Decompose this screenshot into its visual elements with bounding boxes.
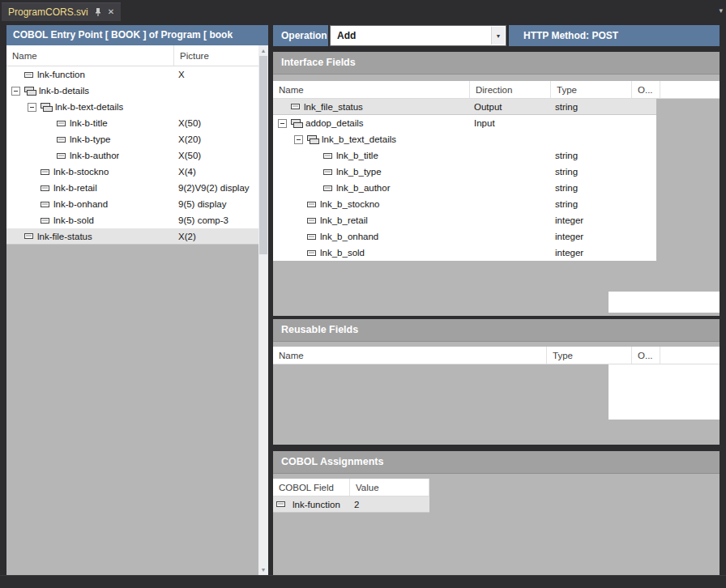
- close-icon[interactable]: ✕: [108, 8, 114, 16]
- interface-fields-tree: lnk_file_statusOutputstringaddop_details…: [273, 99, 656, 261]
- interface-fields-section: Interface Fields Name Direction Type O..…: [273, 52, 720, 316]
- column-header-cobol-field[interactable]: COBOL Field: [273, 479, 350, 496]
- tree-row[interactable]: lnk-functionX: [6, 66, 258, 83]
- collapse-toggle-icon[interactable]: [278, 119, 287, 128]
- interface-field-row[interactable]: lnk_b_onhandinteger: [273, 228, 656, 245]
- tree-row[interactable]: lnk-b-typeX(20): [6, 131, 258, 147]
- operation-dropdown[interactable]: Add ▼: [330, 25, 506, 46]
- field-name-label: lnk_b_author: [336, 183, 391, 193]
- field-icon: [323, 153, 332, 159]
- cobol-entry-point-panel: COBOL Entry Point [ BOOK ] of Program [ …: [6, 25, 268, 575]
- reusable-fields-title: Reusable Fields: [273, 319, 720, 342]
- interface-field-row[interactable]: lnk_b_titlestring: [273, 147, 656, 164]
- tab-overflow-icon[interactable]: ▾: [719, 7, 723, 15]
- column-header-name[interactable]: Name: [273, 347, 547, 364]
- http-method-label: HTTP Method: POST: [509, 25, 720, 46]
- field-icon: [307, 202, 316, 207]
- column-header-value[interactable]: Value: [350, 479, 429, 496]
- interface-field-row[interactable]: lnk_b_retailinteger: [273, 212, 656, 228]
- picture-cell: 9(5) display: [178, 199, 226, 209]
- direction-cell: Input: [474, 118, 495, 128]
- status-bar: [0, 575, 726, 588]
- field-icon: [276, 501, 285, 507]
- type-cell: string: [555, 199, 578, 209]
- tree-row[interactable]: lnk-file-statusX(2): [6, 228, 258, 245]
- interface-field-row[interactable]: lnk_b_text_details: [273, 131, 656, 147]
- assignment-row[interactable]: lnk-function2: [273, 496, 429, 513]
- field-icon: [24, 72, 33, 78]
- dropdown-arrow-icon[interactable]: ▼: [491, 27, 505, 45]
- picture-cell: X: [178, 70, 185, 79]
- field-name-label: lnk_b_sold: [320, 248, 365, 258]
- direction-cell: Output: [474, 102, 502, 112]
- interface-field-row[interactable]: lnk_b_typestring: [273, 164, 656, 180]
- cobol-assignments-title: COBOL Assignments: [273, 451, 720, 474]
- interface-field-row[interactable]: addop_detailsInput: [273, 115, 656, 131]
- tree-item-label: lnk-b-text-details: [55, 102, 123, 112]
- scrollbar-thumb[interactable]: [259, 56, 267, 254]
- tree-item-label: lnk-b-sold: [53, 215, 94, 225]
- column-header-filler: [660, 81, 720, 98]
- collapse-toggle-icon[interactable]: [11, 87, 20, 96]
- cobol-assignments-header-row: COBOL Field Value: [273, 479, 429, 496]
- column-header-o[interactable]: O...: [632, 81, 660, 98]
- type-cell: integer: [555, 232, 583, 241]
- reusable-fields-scroll-corner: [609, 364, 720, 420]
- application-window: ProgramCORS.svi ✕ ▾ COBOL Entry Point [ …: [0, 0, 726, 588]
- field-icon: [57, 153, 66, 159]
- field-name-label: addop_details: [305, 118, 364, 128]
- tree-row[interactable]: lnk-b-stocknoX(4): [6, 164, 258, 180]
- group-icon: [41, 102, 52, 112]
- column-header-picture[interactable]: Picture: [174, 45, 258, 66]
- tree-item-label: lnk-function: [37, 70, 85, 79]
- collapse-toggle-icon[interactable]: [294, 135, 303, 144]
- scroll-up-icon[interactable]: ▲: [258, 45, 268, 56]
- field-icon: [41, 185, 49, 191]
- reusable-fields-section: Reusable Fields Name Type O...: [273, 319, 720, 445]
- group-icon: [307, 134, 318, 144]
- column-header-type[interactable]: Type: [551, 81, 632, 98]
- vertical-scrollbar[interactable]: ▲ ▼: [258, 45, 268, 575]
- interface-fields-title: Interface Fields: [273, 52, 720, 75]
- interface-field-row[interactable]: lnk_b_stocknostring: [273, 196, 656, 212]
- cobol-structure-table: Name Picture lnk-functionXlnk-b-detailsl…: [6, 45, 258, 575]
- operation-selected-value: Add: [337, 30, 356, 41]
- type-cell: string: [555, 102, 578, 112]
- interface-field-row[interactable]: lnk_b_authorstring: [273, 180, 656, 196]
- cobol-structure-tree: lnk-functionXlnk-b-detailslnk-b-text-det…: [6, 66, 258, 245]
- picture-cell: X(50): [178, 151, 201, 160]
- picture-cell: 9(5) comp-3: [178, 215, 228, 225]
- tree-row[interactable]: lnk-b-text-details: [6, 99, 258, 115]
- field-icon: [307, 234, 316, 240]
- tree-row[interactable]: lnk-b-retail9(2)V9(2) display: [6, 180, 258, 196]
- scroll-down-icon[interactable]: ▼: [258, 565, 268, 575]
- tree-row[interactable]: lnk-b-sold9(5) comp-3: [6, 212, 258, 228]
- pin-icon[interactable]: [94, 7, 102, 17]
- picture-cell: X(20): [178, 134, 201, 144]
- column-header-name[interactable]: Name: [6, 45, 174, 66]
- tree-row[interactable]: lnk-b-onhand9(5) display: [6, 196, 258, 212]
- tree-row[interactable]: lnk-b-authorX(50): [6, 147, 258, 164]
- field-name-label: lnk_b_title: [336, 151, 378, 160]
- tree-item-label: lnk-b-author: [70, 151, 119, 160]
- type-cell: integer: [555, 215, 583, 225]
- document-tab[interactable]: ProgramCORS.svi ✕: [2, 2, 121, 21]
- tree-row[interactable]: lnk-b-details: [6, 83, 258, 99]
- column-header-o[interactable]: O...: [632, 347, 660, 364]
- cobol-assignments-section: COBOL Assignments COBOL Field Value lnk-…: [273, 451, 720, 575]
- value-cell: 2: [354, 500, 359, 509]
- interface-field-row[interactable]: lnk_b_soldinteger: [273, 245, 656, 261]
- field-name-label: lnk_file_status: [304, 102, 363, 112]
- collapse-toggle-icon[interactable]: [28, 103, 36, 112]
- type-cell: string: [555, 151, 578, 160]
- field-icon: [307, 218, 316, 224]
- tree-row[interactable]: lnk-b-titleX(50): [6, 115, 258, 131]
- column-header-name[interactable]: Name: [273, 81, 470, 98]
- interface-field-row[interactable]: lnk_file_statusOutputstring: [273, 99, 656, 115]
- reusable-fields-header-row: Name Type O...: [273, 347, 720, 364]
- field-icon: [41, 169, 49, 175]
- column-header-type[interactable]: Type: [547, 347, 632, 364]
- column-header-direction[interactable]: Direction: [470, 81, 551, 98]
- tree-item-label: lnk-b-details: [39, 86, 89, 96]
- type-cell: string: [555, 167, 578, 177]
